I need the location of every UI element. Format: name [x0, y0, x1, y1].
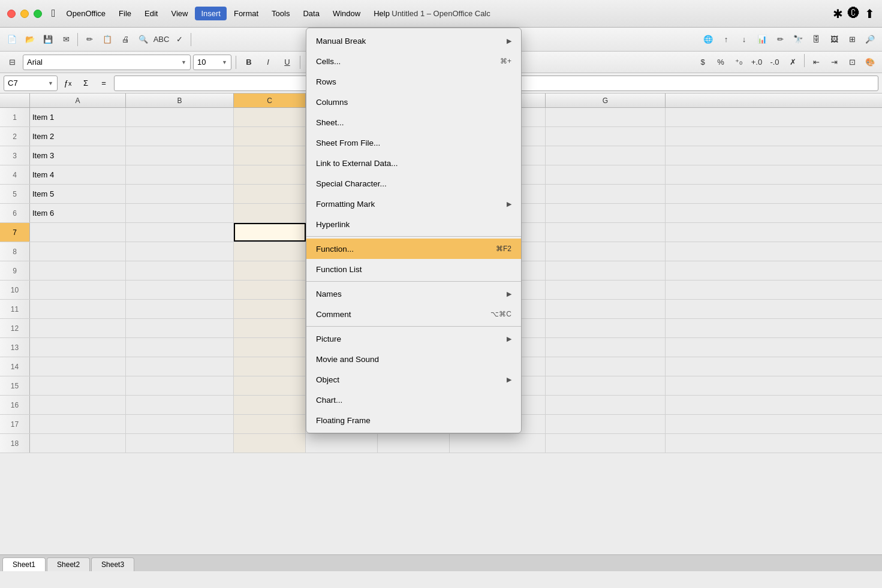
- col-header-C[interactable]: C: [234, 94, 306, 107]
- cell-C3[interactable]: [234, 146, 306, 165]
- cell-B11[interactable]: [126, 300, 234, 318]
- cell-A14[interactable]: [30, 357, 126, 376]
- row-number-4[interactable]: 4: [0, 165, 30, 184]
- cell-G18[interactable]: [546, 434, 666, 453]
- thousands-button[interactable]: ⁺₀: [730, 54, 747, 71]
- cell-G6[interactable]: [546, 204, 666, 222]
- menu-item-special-char[interactable]: Special Character...: [306, 173, 521, 194]
- menu-item-formatting-mark[interactable]: Formatting Mark ▶: [306, 194, 521, 214]
- row-number-17[interactable]: 17: [0, 415, 30, 433]
- row-number-3[interactable]: 3: [0, 146, 30, 165]
- row-number-8[interactable]: 8: [0, 242, 30, 261]
- cell-C7[interactable]: [234, 223, 306, 242]
- percent-button[interactable]: %: [712, 54, 729, 71]
- cell-C17[interactable]: [234, 415, 306, 433]
- bg-color-button[interactable]: 🎨: [862, 54, 878, 71]
- style-dropdown-button[interactable]: ⊟: [4, 54, 20, 71]
- cell-A11[interactable]: [30, 300, 126, 318]
- cell-C2[interactable]: [234, 127, 306, 146]
- cell-A4[interactable]: Item 4: [30, 165, 126, 184]
- cell-C13[interactable]: [234, 338, 306, 357]
- maximize-button[interactable]: [34, 10, 42, 18]
- cell-C12[interactable]: [234, 319, 306, 337]
- cell-C14[interactable]: [234, 357, 306, 376]
- cell-B10[interactable]: [126, 281, 234, 299]
- menu-item-function-list[interactable]: Function List: [306, 259, 521, 279]
- sheet-tab-1[interactable]: Sheet1: [2, 557, 46, 571]
- sum-button[interactable]: Σ: [78, 76, 94, 91]
- cell-B8[interactable]: [126, 242, 234, 261]
- row-number-9[interactable]: 9: [0, 261, 30, 280]
- row-number-14[interactable]: 14: [0, 357, 30, 376]
- apple-logo-icon[interactable]: : [52, 7, 56, 20]
- col-header-A[interactable]: A: [30, 94, 126, 107]
- cell-B15[interactable]: [126, 376, 234, 395]
- cell-C15[interactable]: [234, 376, 306, 395]
- cell-A9[interactable]: [30, 261, 126, 280]
- menu-item-sheet[interactable]: Sheet...: [306, 112, 521, 132]
- cell-C16[interactable]: [234, 396, 306, 414]
- italic-button[interactable]: I: [260, 54, 276, 71]
- col-header-B[interactable]: B: [126, 94, 234, 107]
- spellcheck-button[interactable]: ABC: [153, 31, 170, 48]
- underline-button[interactable]: U: [279, 54, 296, 71]
- menu-item-format[interactable]: Format: [228, 7, 264, 20]
- row-number-10[interactable]: 10: [0, 281, 30, 299]
- cell-C9[interactable]: [234, 261, 306, 280]
- cell-G14[interactable]: [546, 357, 666, 376]
- cell-C6[interactable]: [234, 204, 306, 222]
- menu-item-comment[interactable]: Comment ⌥⌘C: [306, 304, 521, 324]
- cell-A6[interactable]: Item 6: [30, 204, 126, 222]
- image-button[interactable]: 🖼: [826, 31, 842, 48]
- row-number-2[interactable]: 2: [0, 127, 30, 146]
- menu-item-picture[interactable]: Picture ▶: [306, 328, 521, 349]
- cell-A10[interactable]: [30, 281, 126, 299]
- cell-B4[interactable]: [126, 165, 234, 184]
- menu-item-view[interactable]: View: [165, 7, 194, 20]
- cell-G11[interactable]: [546, 300, 666, 318]
- cell-G17[interactable]: [546, 415, 666, 433]
- formula-equals-button[interactable]: =: [96, 76, 112, 91]
- menu-item-movie-sound[interactable]: Movie and Sound: [306, 349, 521, 369]
- cell-B9[interactable]: [126, 261, 234, 280]
- data-sources-button[interactable]: 🗄: [808, 31, 824, 48]
- menu-item-edit[interactable]: Edit: [139, 7, 164, 20]
- cell-A17[interactable]: [30, 415, 126, 433]
- menu-item-tools[interactable]: Tools: [266, 7, 296, 20]
- row-number-16[interactable]: 16: [0, 396, 30, 414]
- cell-G7[interactable]: [546, 223, 666, 242]
- cell-G8[interactable]: [546, 242, 666, 261]
- cell-B7[interactable]: [126, 223, 234, 242]
- new-doc-button[interactable]: 📄: [4, 31, 20, 48]
- cell-B5[interactable]: [126, 185, 234, 203]
- navigator-button[interactable]: 🌐: [700, 31, 717, 48]
- menu-item-hyperlink[interactable]: Hyperlink: [306, 214, 521, 234]
- font-name-dropdown[interactable]: Arial ▼: [23, 55, 191, 70]
- cell-G4[interactable]: [546, 165, 666, 184]
- currency-button[interactable]: $: [694, 54, 711, 71]
- cell-C11[interactable]: [234, 300, 306, 318]
- cell-A5[interactable]: Item 5: [30, 185, 126, 203]
- bold-button[interactable]: B: [240, 54, 257, 71]
- row-number-1[interactable]: 1: [0, 108, 30, 126]
- close-button[interactable]: [7, 10, 16, 18]
- print-button[interactable]: 🖨: [117, 31, 134, 48]
- menu-item-names[interactable]: Names ▶: [306, 284, 521, 304]
- menu-item-sheet-from-file[interactable]: Sheet From File...: [306, 132, 521, 153]
- cell-C8[interactable]: [234, 242, 306, 261]
- col-header-G[interactable]: G: [546, 94, 666, 107]
- row-number-11[interactable]: 11: [0, 300, 30, 318]
- cell-A13[interactable]: [30, 338, 126, 357]
- cell-G13[interactable]: [546, 338, 666, 357]
- cell-F18[interactable]: [450, 434, 546, 453]
- menu-item-function[interactable]: Function... ⌘F2: [306, 239, 521, 259]
- print-preview-button[interactable]: 🔍: [135, 31, 152, 48]
- menu-item-chart[interactable]: Chart...: [306, 390, 521, 410]
- menu-item-insert[interactable]: Insert: [195, 7, 227, 20]
- menu-item-floating-frame[interactable]: Floating Frame: [306, 410, 521, 430]
- cell-A18[interactable]: [30, 434, 126, 453]
- cell-B16[interactable]: [126, 396, 234, 414]
- cell-B6[interactable]: [126, 204, 234, 222]
- cell-C4[interactable]: [234, 165, 306, 184]
- cell-A15[interactable]: [30, 376, 126, 395]
